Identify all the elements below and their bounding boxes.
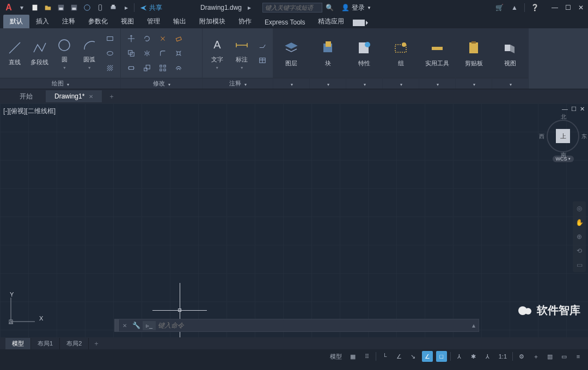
tab-default[interactable]: 默认: [3, 15, 29, 28]
viewport-label[interactable]: [-][俯视][二维线框]: [3, 107, 56, 116]
annovisibility-icon[interactable]: ✱: [468, 351, 479, 362]
file-tab-drawing1[interactable]: Drawing1*✕: [46, 90, 102, 102]
mobile-icon[interactable]: [95, 2, 106, 13]
panel-blocks[interactable]: 块: [310, 28, 346, 89]
open-icon[interactable]: [42, 2, 53, 13]
quickprops-icon[interactable]: ▭: [559, 351, 569, 362]
vp-minimize-icon[interactable]: —: [562, 106, 568, 113]
new-icon[interactable]: [29, 2, 40, 13]
leader-icon[interactable]: [255, 39, 270, 52]
status-model-button[interactable]: 模型: [328, 351, 344, 362]
move-icon[interactable]: [124, 32, 138, 45]
cmdline-history-icon[interactable]: ▴: [469, 322, 479, 329]
tab-output[interactable]: 输出: [167, 15, 193, 28]
trim-icon[interactable]: [156, 32, 170, 45]
tab-insert[interactable]: 插入: [29, 15, 56, 28]
layout-tab-model[interactable]: 模型: [5, 338, 31, 349]
tab-view[interactable]: 视图: [114, 15, 140, 28]
units-icon[interactable]: ▥: [544, 351, 555, 362]
table-icon[interactable]: [255, 54, 270, 67]
tab-collab[interactable]: 协作: [232, 15, 258, 28]
viewcube-top[interactable]: 上: [556, 129, 570, 143]
text-button[interactable]: A文字▼: [206, 32, 229, 75]
search-icon[interactable]: 🔍: [326, 4, 334, 11]
panel-properties[interactable]: 特性: [346, 28, 383, 89]
layout-tab-layout1[interactable]: 布局1: [31, 338, 60, 349]
minimize-button[interactable]: —: [551, 4, 559, 11]
line-button[interactable]: 直线: [3, 32, 26, 75]
polar-toggle-icon[interactable]: ∠: [394, 351, 405, 362]
circle-button[interactable]: 圆▼: [53, 32, 76, 75]
layout-tab-layout2[interactable]: 布局2: [60, 338, 89, 349]
autodesk-icon[interactable]: ▲: [509, 2, 520, 13]
close-tab-icon[interactable]: ✕: [89, 94, 93, 100]
vp-maximize-icon[interactable]: ☐: [571, 106, 577, 113]
otrack-toggle-icon[interactable]: ∠: [422, 351, 433, 362]
workspace-icon[interactable]: ⚙: [516, 351, 527, 362]
showmotion-icon[interactable]: ▭: [574, 260, 584, 270]
hatch-icon[interactable]: [103, 61, 117, 75]
dropdown-icon[interactable]: ▾: [16, 2, 27, 13]
close-button[interactable]: ✕: [577, 4, 585, 11]
array-icon[interactable]: [156, 61, 170, 75]
rotate-icon[interactable]: [140, 32, 154, 45]
redo-icon[interactable]: ▸: [121, 2, 132, 13]
viewcube[interactable]: 上 北 南 西 东 WCS▾: [547, 120, 579, 162]
panel-utilities[interactable]: 实用工具: [419, 28, 456, 89]
annoauto-icon[interactable]: ⅄: [482, 351, 493, 362]
scale-button[interactable]: 1:1: [497, 351, 509, 362]
title-dropdown-icon[interactable]: ▸: [244, 2, 255, 13]
explode-icon[interactable]: [171, 47, 186, 60]
maximize-button[interactable]: ☐: [564, 4, 572, 11]
snap-toggle-icon[interactable]: ⠿: [362, 351, 372, 362]
drawing-canvas[interactable]: [-][俯视][二维线框] — ☐ ✕ Y X 上 北 南 西 东 WCS▾ ◎…: [0, 103, 588, 337]
tab-manage[interactable]: 管理: [140, 15, 167, 28]
print-icon[interactable]: [108, 2, 119, 13]
help-icon[interactable]: ❔: [529, 2, 540, 13]
login-button[interactable]: 👤 登录 ▼: [341, 3, 371, 13]
offset-icon[interactable]: [171, 61, 186, 75]
fillet-icon[interactable]: [156, 47, 170, 60]
panel-modify-title[interactable]: 修改: [121, 78, 202, 89]
dimension-button[interactable]: 标注▼: [231, 32, 254, 75]
ellipse-icon[interactable]: [103, 47, 117, 60]
zoom-extents-icon[interactable]: ⊕: [574, 232, 584, 242]
steering-wheel-icon[interactable]: ◎: [574, 203, 584, 213]
osnap-toggle-icon[interactable]: □: [436, 351, 447, 362]
cmdline-drag-handle[interactable]: [115, 319, 119, 331]
cmdline-close-icon[interactable]: ✕: [119, 323, 130, 329]
erase-icon[interactable]: [171, 32, 186, 45]
saveas-icon[interactable]: [69, 2, 79, 13]
panel-clipboard[interactable]: 剪贴板: [456, 28, 492, 89]
panel-view[interactable]: 视图: [492, 28, 529, 89]
stretch-icon[interactable]: [124, 61, 138, 75]
search-input[interactable]: [262, 3, 322, 13]
panel-draw-title[interactable]: 绘图: [0, 78, 120, 89]
tab-parametric[interactable]: 参数化: [82, 15, 114, 28]
web-icon[interactable]: [82, 2, 93, 13]
pan-icon[interactable]: ✋: [574, 218, 584, 227]
scale-icon[interactable]: [140, 61, 154, 75]
add-tab-button[interactable]: ＋: [106, 91, 117, 102]
tab-overflow-icon[interactable]: [353, 20, 365, 26]
cmdline-customize-icon[interactable]: 🔧: [130, 322, 143, 329]
tab-addins[interactable]: 附加模块: [193, 15, 232, 28]
file-tab-start[interactable]: 开始: [11, 90, 41, 103]
panel-groups[interactable]: 组: [383, 28, 419, 89]
arc-button[interactable]: 圆弧▼: [78, 32, 101, 75]
copy-icon[interactable]: [124, 47, 138, 60]
mirror-icon[interactable]: [140, 47, 154, 60]
add-layout-button[interactable]: ＋: [89, 339, 104, 348]
ortho-toggle-icon[interactable]: └: [379, 351, 390, 362]
save-icon[interactable]: [56, 2, 66, 13]
tab-express[interactable]: Express Tools: [258, 16, 311, 28]
tab-annotate[interactable]: 注释: [56, 15, 82, 28]
polyline-button[interactable]: 多段线: [28, 32, 51, 75]
orbit-icon[interactable]: ⟲: [574, 246, 584, 256]
share-button[interactable]: 共享: [137, 3, 166, 13]
cart-icon[interactable]: 🛒: [494, 2, 505, 13]
grid-toggle-icon[interactable]: ▦: [347, 351, 358, 362]
annoscale-icon[interactable]: ⅄: [454, 351, 465, 362]
isodraft-icon[interactable]: ↘: [408, 351, 419, 362]
tab-featured[interactable]: 精选应用: [311, 15, 351, 28]
